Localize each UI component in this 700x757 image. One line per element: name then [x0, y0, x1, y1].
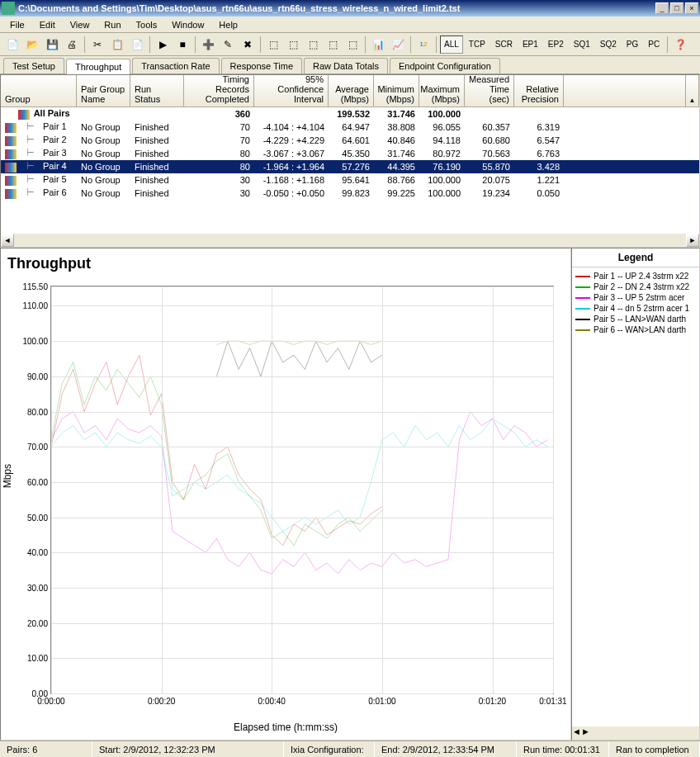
- x-tick-label: 0:00:40: [258, 693, 286, 706]
- menu-edit[interactable]: Edit: [33, 18, 62, 31]
- toolbar-edit-pair-icon[interactable]: ✎: [219, 35, 237, 54]
- table-row[interactable]: ⊢Pair 2No GroupFinished70-4.229 : +4.229…: [1, 134, 699, 147]
- filter-ep2-button[interactable]: EP2: [544, 35, 568, 54]
- chart-lines: [51, 286, 553, 693]
- column-header[interactable]: Group: [1, 75, 77, 106]
- legend-item[interactable]: Pair 3 -- UP 5 2strm acer: [575, 292, 696, 303]
- menu-tools[interactable]: Tools: [130, 18, 164, 31]
- tab-raw-data-totals[interactable]: Raw Data Totals: [304, 58, 388, 73]
- toolbar: 📄 📂 💾 🖨 ✂ 📋 📄 ▶ ■ ➕ ✎ ✖ ⬚ ⬚ ⬚ ⬚ ⬚ 📊 📈 12…: [0, 33, 700, 56]
- scroll-right-icon[interactable]: ►: [686, 234, 699, 247]
- toolbar-misc2-icon[interactable]: ⬚: [284, 35, 302, 54]
- minimize-button[interactable]: _: [655, 2, 669, 14]
- status-start: Start: 2/9/2012, 12:32:23 PM: [92, 741, 284, 757]
- filter-ep1-button[interactable]: EP1: [518, 35, 542, 54]
- y-tick-label: 110.00: [22, 301, 51, 310]
- toolbar-misc5-icon[interactable]: ⬚: [343, 35, 362, 54]
- plot-area[interactable]: 0.0010.0020.0030.0040.0050.0060.0070.008…: [50, 286, 554, 694]
- toolbar-misc4-icon[interactable]: ⬚: [324, 35, 342, 54]
- legend-item[interactable]: Pair 1 -- UP 2.4 3strm x22: [575, 271, 696, 282]
- tab-endpoint-configuration[interactable]: Endpoint Configuration: [390, 58, 500, 73]
- legend-item[interactable]: Pair 6 -- WAN>LAN darth: [575, 324, 696, 335]
- column-header[interactable]: Pair Group Name: [77, 75, 130, 106]
- legend-item[interactable]: Pair 4 -- dn 5 2strm acer 1: [575, 303, 696, 314]
- filter-sq1-button[interactable]: SQ1: [570, 35, 594, 54]
- x-axis-label: Elapsed time (h:mm:ss): [234, 722, 338, 733]
- column-header[interactable]: 95% Confidence Interval: [254, 75, 329, 106]
- legend-title: Legend: [572, 248, 699, 267]
- tab-response-time[interactable]: Response Time: [221, 58, 302, 73]
- menu-file[interactable]: File: [3, 18, 31, 31]
- filter-tcp-button[interactable]: TCP: [465, 35, 490, 54]
- vertical-scrollbar-up[interactable]: ▲: [686, 75, 699, 106]
- tab-test-setup[interactable]: Test Setup: [3, 58, 64, 73]
- toolbar-12-icon[interactable]: 12: [414, 35, 433, 54]
- menu-run[interactable]: Run: [97, 18, 127, 31]
- column-header[interactable]: Timing Records Completed: [184, 75, 254, 106]
- status-ixia: Ixia Configuration:: [284, 741, 375, 757]
- legend-item[interactable]: Pair 2 -- DN 2.4 3strm x22: [575, 282, 696, 292]
- filter-pc-button[interactable]: PC: [644, 35, 664, 54]
- toolbar-new-icon[interactable]: 📄: [3, 35, 21, 54]
- filter-scr-button[interactable]: SCR: [491, 35, 517, 54]
- toolbar-save-icon[interactable]: 💾: [43, 35, 61, 54]
- toolbar-misc3-icon[interactable]: ⬚: [304, 35, 322, 54]
- maximize-button[interactable]: □: [670, 2, 683, 14]
- legend-scroll-right-icon[interactable]: ►: [581, 726, 590, 740]
- legend-scroll-left-icon[interactable]: ◄: [572, 726, 581, 740]
- column-header[interactable]: Run Status: [130, 75, 184, 106]
- filter-sq2-button[interactable]: SQ2: [596, 35, 621, 54]
- toolbar-delete-icon[interactable]: ✖: [239, 35, 257, 54]
- x-tick-label: 0:01:00: [368, 693, 395, 706]
- toolbar-help-icon[interactable]: ❓: [671, 35, 689, 54]
- filter-pg-button[interactable]: PG: [622, 35, 642, 54]
- tab-transaction-rate[interactable]: Transaction Rate: [132, 58, 219, 73]
- series-line: [360, 419, 547, 518]
- grid-horizontal-scrollbar[interactable]: ◄ ►: [1, 234, 699, 247]
- filter-all-button[interactable]: ALL: [440, 35, 463, 54]
- toolbar-open-icon[interactable]: 📂: [23, 35, 41, 54]
- y-tick-label: 70.00: [27, 442, 51, 452]
- window-title: C:\Documents and Settings\Tim\Desktop\as…: [18, 3, 655, 13]
- table-row[interactable]: ⊢Pair 4No GroupFinished80-1.964 : +1.964…: [1, 160, 699, 173]
- column-header[interactable]: Average (Mbps): [329, 75, 374, 106]
- table-row[interactable]: ⊢Pair 5No GroupFinished30-1.168 : +1.168…: [1, 173, 699, 187]
- toolbar-misc1-icon[interactable]: ⬚: [264, 35, 282, 54]
- table-row[interactable]: ⊢Pair 6No GroupFinished30-0.050 : +0.050…: [1, 187, 699, 200]
- table-row[interactable]: ⊢Pair 1No GroupFinished70-4.104 : +4.104…: [1, 121, 699, 134]
- menu-view[interactable]: View: [64, 18, 97, 31]
- statusbar: Pairs: 6 Start: 2/9/2012, 12:32:23 PM Ix…: [0, 740, 700, 757]
- column-header[interactable]: Measured Time (sec): [465, 75, 514, 106]
- y-tick-label: 10.00: [27, 654, 51, 663]
- legend-horizontal-scrollbar[interactable]: ◄ ►: [572, 726, 699, 740]
- toolbar-paste-icon[interactable]: 📄: [128, 35, 146, 54]
- chart-panel: Throughput Mbps 0.0010.0020.0030.0040.00…: [0, 248, 571, 740]
- legend-item[interactable]: Pair 5 -- LAN>WAN darth: [575, 314, 696, 324]
- column-header[interactable]: Minimum (Mbps): [374, 75, 419, 106]
- toolbar-chart1-icon[interactable]: 📊: [369, 35, 387, 54]
- close-button[interactable]: ×: [685, 2, 698, 14]
- toolbar-add-pair-icon[interactable]: ➕: [199, 35, 217, 54]
- toolbar-chart2-icon[interactable]: 📈: [389, 35, 407, 54]
- toolbar-copy-icon[interactable]: 📋: [108, 35, 126, 54]
- toolbar-run-icon[interactable]: ▶: [154, 35, 172, 54]
- menu-help[interactable]: Help: [212, 18, 244, 31]
- toolbar-cut-icon[interactable]: ✂: [88, 35, 106, 54]
- column-header[interactable]: Maximum (Mbps): [419, 75, 465, 106]
- all-pairs-row[interactable]: All Pairs360199.53231.746100.000: [1, 107, 699, 121]
- legend-swatch-icon: [575, 319, 590, 320]
- legend-label: Pair 3 -- UP 5 2strm acer: [594, 293, 684, 302]
- y-tick-label: 80.00: [27, 407, 51, 416]
- status-result: Ran to completion: [609, 741, 700, 757]
- scroll-left-icon[interactable]: ◄: [1, 234, 14, 247]
- column-header[interactable]: Relative Precision: [514, 75, 564, 106]
- grid-header: GroupPair Group NameRun StatusTiming Rec…: [1, 75, 699, 107]
- pair-icon: [5, 136, 17, 146]
- menu-window[interactable]: Window: [165, 18, 210, 31]
- toolbar-stop-icon[interactable]: ■: [173, 35, 192, 54]
- tab-throughput[interactable]: Throughput: [66, 59, 130, 74]
- toolbar-print-icon[interactable]: 🖨: [63, 35, 81, 54]
- x-tick-label: 0:00:00: [37, 693, 64, 706]
- table-row[interactable]: ⊢Pair 3No GroupFinished80-3.067 : +3.067…: [1, 147, 699, 160]
- grid-body[interactable]: All Pairs360199.53231.746100.000⊢Pair 1N…: [1, 107, 699, 234]
